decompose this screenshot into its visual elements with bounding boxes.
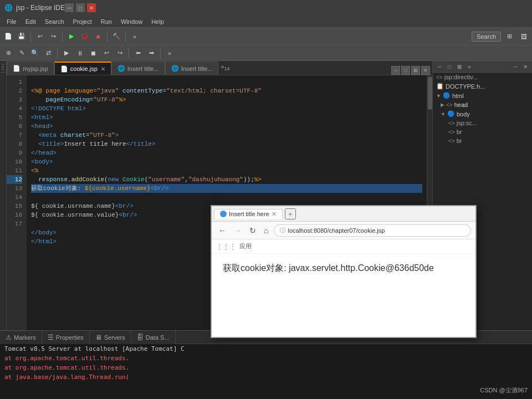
menu-item-help[interactable]: Help <box>147 17 168 26</box>
scrollbar-thumb[interactable] <box>428 76 432 110</box>
tab-max-btn[interactable]: □ <box>401 66 410 75</box>
browser-tab[interactable]: Insert title here ✕ <box>214 209 283 219</box>
tree-item-body[interactable]: ▼ 🔵 body <box>433 109 532 119</box>
run-button[interactable]: ▶ <box>65 30 78 43</box>
menu-item-file[interactable]: File <box>2 17 21 26</box>
toolbar-more[interactable]: » <box>129 30 141 43</box>
tree-icon: <> <box>446 102 453 108</box>
rp-expand-btn[interactable]: □ <box>445 62 454 71</box>
console-line-1: Tomcat v8.5 Server at localhost [Apache … <box>0 344 532 354</box>
rp-close-btn[interactable]: » <box>465 62 474 71</box>
tab-bar: 📄 myjsp.jsp 📄 cookie.jsp ✕ 🌐 Insert titl… <box>7 61 432 75</box>
console-line-4: at java.base/java.lang.Thread.run( <box>0 372 532 382</box>
window-controls: ─ □ ✕ <box>65 3 96 12</box>
minimize-button[interactable]: ─ <box>65 3 74 12</box>
bottom-tab-servers[interactable]: 🖥 Servers <box>90 331 131 344</box>
line-num-10: 10 <box>7 157 22 166</box>
tab-close-icon[interactable]: ✕ <box>101 66 105 72</box>
tree-label: br <box>457 137 462 144</box>
browser-tab-close[interactable]: ✕ <box>272 211 277 218</box>
tab-myjsp[interactable]: 📄 myjsp.jsp <box>7 62 54 75</box>
expand-arrow-head: ▶ <box>441 102 444 108</box>
tab-overflow[interactable]: »14 <box>218 64 232 72</box>
t2-btn9[interactable]: ↪ <box>114 47 126 59</box>
properties-icon: ☰ <box>48 334 54 341</box>
separator-7 <box>160 48 161 59</box>
t2-btn1[interactable]: ⊕ <box>2 47 14 59</box>
tree-item-br2[interactable]: <> br <box>433 136 532 145</box>
servers-icon: 🖥 <box>95 334 102 341</box>
new-button[interactable]: 📄 <box>2 30 14 43</box>
tree-icon: 🔵 <box>447 110 455 117</box>
browser-new-tab-btn[interactable]: + <box>285 208 296 219</box>
undo-button[interactable]: ↩ <box>34 30 46 43</box>
tab-close-btn[interactable]: ✕ <box>421 66 430 75</box>
browser-home-btn[interactable]: ⌂ <box>262 225 270 236</box>
view-button[interactable]: 🖼 <box>518 30 530 43</box>
t2-btn8[interactable]: ↩ <box>100 47 112 59</box>
tab-insert1[interactable]: 🌐 Insert title... <box>111 62 165 75</box>
expand-arrow-body: ▼ <box>441 111 446 117</box>
title-bar: 🌐 jsp - Eclipse IDE ─ □ ✕ <box>0 0 532 16</box>
browser-titlebar: Insert title here ✕ + <box>212 206 475 222</box>
tab-icon: 📄 <box>60 65 68 73</box>
menu-item-project[interactable]: Project <box>69 17 96 26</box>
tree-label: br <box>457 129 462 135</box>
menu-item-window[interactable]: Window <box>116 17 147 26</box>
tree-item-head[interactable]: ▶ <> head <box>433 100 532 109</box>
tab-cookie[interactable]: 📄 cookie.jsp ✕ <box>54 62 111 75</box>
browser-back-btn[interactable]: ← <box>216 225 228 236</box>
redo-button[interactable]: ↪ <box>47 30 59 43</box>
rp-close-panel-btn[interactable]: ✕ <box>521 62 530 71</box>
t2-btn12[interactable]: » <box>163 47 176 59</box>
t2-btn3[interactable]: 🔍 <box>29 47 41 59</box>
tree-item-br1[interactable]: <> br <box>433 127 532 136</box>
tab-min-btn[interactable]: ─ <box>391 66 400 75</box>
browser-navbar: ← → ↻ ⌂ ⓘ localhost:8080/chapter07/cooki… <box>212 222 475 239</box>
rp-view-btn[interactable]: ⊠ <box>455 62 464 71</box>
menu-item-search[interactable]: Search <box>40 17 69 26</box>
bottom-tab-properties[interactable]: ☰ Properties <box>42 331 90 344</box>
browser-url-bar[interactable]: ⓘ localhost:8080/chapter07/cookie.jsp <box>274 224 471 237</box>
tree-item-jspsc[interactable]: <> jsp:sc... <box>433 119 532 127</box>
data-icon: 🗄 <box>137 334 144 341</box>
t2-btn5[interactable]: ▶ <box>60 47 73 59</box>
build-button[interactable]: 🔨 <box>110 30 122 43</box>
separator-3 <box>107 31 108 42</box>
debug-button[interactable]: 🐞 <box>79 30 91 43</box>
menu-item-edit[interactable]: Edit <box>21 17 40 26</box>
tree-item-jspdirective[interactable]: <> jsp:directiv... <box>433 73 532 81</box>
t2-btn11[interactable]: ➡ <box>145 47 157 59</box>
toolbar-main: 📄 💾 ↩ ↪ ▶ 🐞 ■ 🔨 » Search ⊞ 🖼 <box>0 28 532 45</box>
separator-5 <box>57 48 58 59</box>
search-button[interactable]: Search <box>472 32 501 42</box>
t2-btn7[interactable]: ⏹ <box>87 47 99 59</box>
menu-item-run[interactable]: Run <box>96 17 116 26</box>
close-button[interactable]: ✕ <box>87 3 96 12</box>
tree-item-html[interactable]: ▼ 🔵 html <box>433 91 532 100</box>
separator-6 <box>129 48 129 59</box>
t2-btn2[interactable]: ✎ <box>16 47 28 59</box>
tree-label: body <box>457 111 470 117</box>
console-line-2: at org.apache.tomcat.util.threads. <box>0 354 532 363</box>
tree-label: html <box>452 93 464 99</box>
tree-item-doctype[interactable]: 📋 DOCTYPE:h... <box>433 81 532 91</box>
t2-btn10[interactable]: ⬅ <box>132 47 144 59</box>
rp-settings-btn[interactable]: ─ <box>511 62 520 71</box>
maximize-button[interactable]: □ <box>76 3 85 12</box>
browser-forward-btn[interactable]: → <box>232 225 244 236</box>
bookmarks-label: 应用 <box>239 242 252 250</box>
save-button[interactable]: 💾 <box>16 30 28 43</box>
perspectives-button[interactable]: ⊞ <box>503 30 515 43</box>
tab-insert2[interactable]: 🌐 Insert title... <box>165 62 219 75</box>
bottom-tab-data[interactable]: 🗄 Data S... <box>131 331 176 344</box>
stop-button[interactable]: ■ <box>92 30 104 43</box>
line-num-2: 2 <box>7 86 22 95</box>
rp-collapse-btn[interactable]: ─ <box>435 62 444 71</box>
bottom-tab-markers[interactable]: ⚠ Markers <box>0 331 42 344</box>
tab-restore-btn[interactable]: ⊠ <box>411 66 420 75</box>
browser-refresh-btn[interactable]: ↻ <box>247 225 258 236</box>
t2-btn6[interactable]: ⏸ <box>74 47 86 59</box>
line-num-3: 3 <box>7 95 22 104</box>
t2-btn4[interactable]: ⇄ <box>42 47 54 59</box>
